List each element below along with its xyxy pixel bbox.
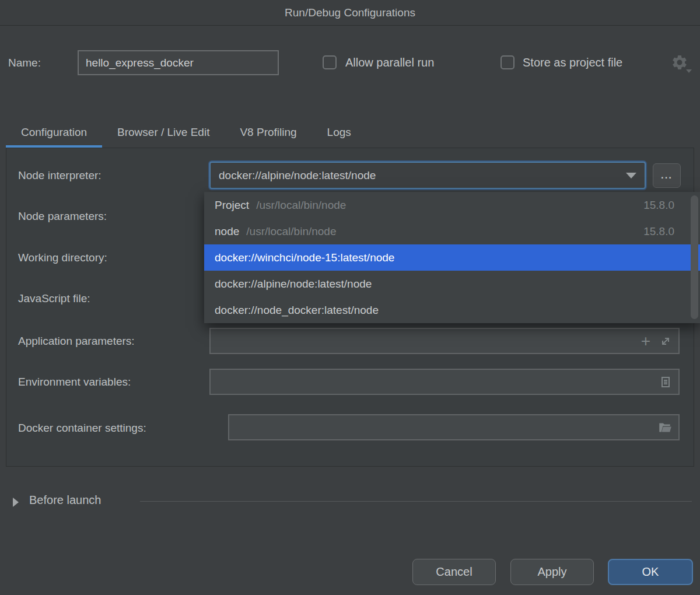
environment-variables-field[interactable]: [209, 369, 680, 395]
allow-parallel-run-checkbox[interactable]: [323, 55, 337, 69]
node-interpreter-dropdown: Project/usr/local/bin/node15.8.0node/usr…: [204, 192, 700, 323]
plus-icon[interactable]: +: [641, 333, 650, 349]
dropdown-item[interactable]: docker://node_docker:latest/node: [204, 297, 700, 323]
dropdown-item[interactable]: docker://alpine/node:latest/node: [204, 271, 700, 297]
run-debug-configurations-dialog: Run/Debug Configurations Name: Allow par…: [0, 0, 700, 595]
environment-variables-label: Environment variables:: [18, 376, 131, 388]
node-parameters-label: Node parameters:: [18, 210, 107, 223]
name-label: Name:: [8, 57, 41, 69]
dropdown-item[interactable]: Project/usr/local/bin/node15.8.0: [204, 192, 700, 218]
node-interpreter-combobox[interactable]: docker://alpine/node:latest/node: [209, 162, 646, 189]
apply-button[interactable]: Apply: [510, 559, 594, 585]
expand-icon[interactable]: [659, 334, 673, 348]
chevron-down-icon[interactable]: [626, 173, 636, 178]
application-parameters-label: Application parameters:: [18, 335, 135, 348]
node-interpreter-value: docker://alpine/node:latest/node: [219, 169, 620, 182]
before-launch-section[interactable]: Before launch: [0, 494, 700, 517]
name-input[interactable]: [78, 50, 279, 75]
dropdown-item[interactable]: node/usr/local/bin/node15.8.0: [204, 218, 700, 244]
store-as-project-file-checkbox[interactable]: [501, 55, 514, 69]
before-launch-divider: [140, 501, 692, 502]
tab-configuration[interactable]: Configuration: [6, 117, 102, 148]
gear-icon[interactable]: [671, 54, 690, 72]
tab-v8-profiling[interactable]: V8 Profiling: [225, 117, 312, 148]
docker-container-settings-field[interactable]: [228, 414, 680, 440]
folder-icon[interactable]: [657, 420, 673, 435]
tab-logs[interactable]: Logs: [312, 117, 366, 148]
dropdown-scrollbar[interactable]: [691, 195, 698, 319]
dialog-title: Run/Debug Configurations: [285, 6, 415, 19]
store-as-project-file-label: Store as project file: [523, 56, 622, 69]
tab-bar: Configuration Browser / Live Edit V8 Pro…: [6, 117, 366, 148]
node-interpreter-label: Node interpreter:: [18, 169, 102, 182]
javascript-file-label: JavaScript file:: [18, 292, 90, 305]
docker-container-settings-label: Docker container settings:: [18, 422, 146, 435]
before-launch-label: Before launch: [29, 494, 101, 507]
gear-dropdown-arrow-icon: [686, 69, 692, 73]
allow-parallel-run-label: Allow parallel run: [345, 56, 434, 69]
ok-button[interactable]: OK: [608, 559, 693, 585]
application-parameters-field[interactable]: +: [209, 328, 680, 354]
node-interpreter-browse-button[interactable]: ...: [653, 163, 681, 188]
working-directory-label: Working directory:: [18, 251, 107, 264]
env-list-icon[interactable]: [659, 375, 673, 389]
tab-browser-live-edit[interactable]: Browser / Live Edit: [102, 117, 225, 148]
cancel-button[interactable]: Cancel: [412, 559, 496, 585]
titlebar: Run/Debug Configurations: [0, 0, 700, 26]
collapsed-triangle-icon[interactable]: [13, 498, 19, 507]
dropdown-item[interactable]: docker://winchci/node-15:latest/node: [204, 244, 700, 271]
